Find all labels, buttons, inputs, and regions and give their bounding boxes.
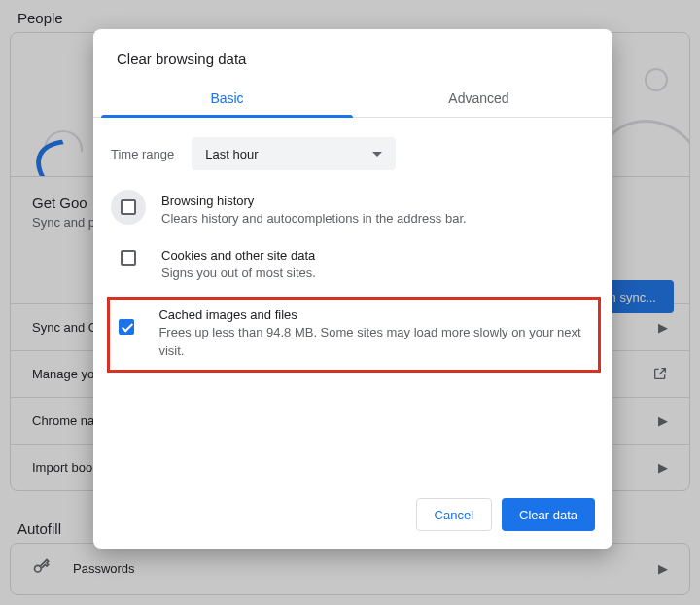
option-desc: Signs you out of most sites. — [161, 265, 316, 283]
dialog-body: Time range Last hour Browsing history Cl… — [93, 118, 612, 484]
clear-browsing-data-dialog: Clear browsing data Basic Advanced Time … — [93, 29, 612, 549]
checkbox-focus-ring — [111, 190, 146, 225]
checkbox-browsing-history[interactable] — [121, 199, 136, 215]
option-desc: Clears history and autocompletions in th… — [161, 210, 467, 229]
time-range-label: Time range — [111, 147, 174, 161]
checkbox-cookies[interactable] — [121, 250, 136, 266]
tab-basic-label: Basic — [210, 90, 243, 106]
option-cached-images: Cached images and files Frees up less th… — [107, 297, 601, 374]
option-desc: Frees up less than 94.8 MB. Some sites m… — [158, 324, 590, 361]
option-title: Cached images and files — [158, 307, 590, 322]
time-range-select[interactable]: Last hour — [192, 137, 396, 170]
chevron-down-icon — [372, 152, 382, 157]
option-browsing-history: Browsing history Clears history and auto… — [111, 188, 595, 242]
time-range-value: Last hour — [205, 147, 258, 161]
option-title: Cookies and other site data — [161, 248, 316, 263]
dialog-title: Clear browsing data — [93, 29, 612, 79]
option-title: Browsing history — [161, 194, 467, 208]
dialog-buttons: Cancel Clear data — [93, 484, 612, 549]
option-cookies: Cookies and other site data Signs you ou… — [111, 242, 595, 297]
clear-data-label: Clear data — [519, 508, 578, 522]
checkbox-cached-images[interactable] — [119, 319, 134, 335]
tab-basic[interactable]: Basic — [101, 79, 353, 117]
clear-data-button[interactable]: Clear data — [502, 498, 595, 531]
tab-advanced-label: Advanced — [448, 90, 508, 106]
time-range-row: Time range Last hour — [111, 137, 595, 170]
tab-advanced[interactable]: Advanced — [353, 79, 605, 117]
dialog-tabs: Basic Advanced — [93, 79, 612, 118]
cancel-label: Cancel — [435, 508, 473, 522]
cancel-button[interactable]: Cancel — [416, 498, 492, 531]
